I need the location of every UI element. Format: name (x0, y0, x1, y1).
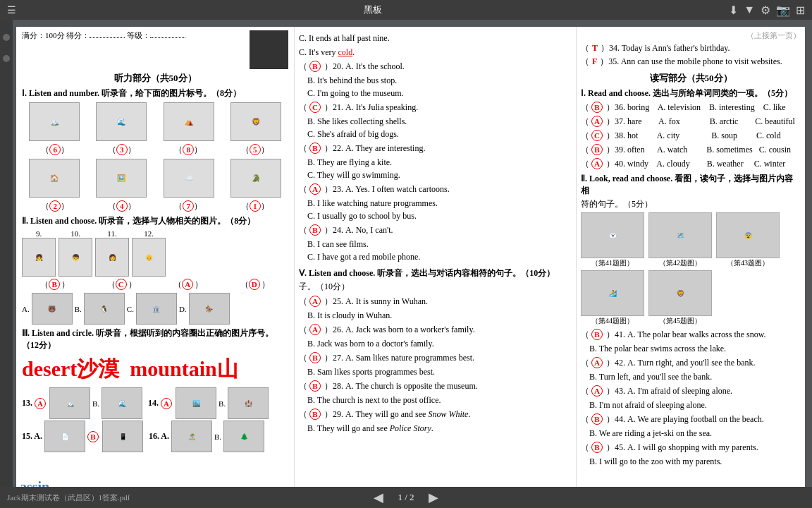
s7-img43-cell: 😨 （第43题图） (716, 212, 780, 268)
s7-img42: 🗺️ (648, 212, 712, 258)
s5-subtitle: 子。（10分） (299, 281, 572, 293)
camera-icon[interactable]: 📷 (776, 4, 790, 17)
bottom-left-label: Jack期末测试卷（武昌区）1答案.pdf (7, 492, 130, 503)
s3-img-14a: 🏙️ (176, 387, 216, 419)
ans-q25: A (309, 296, 321, 307)
s5-q29b: B. They will go and see Police Story. (307, 422, 572, 435)
writing-section-title: 读写部分（共50分） (581, 72, 801, 85)
s7-title: Ⅱ. Look, read and choose. 看图，读句子，选择与图片内容… (581, 173, 801, 197)
img-box-1: 🏔️ (29, 102, 80, 141)
s7-q42: （ A ）42. A. Turn right, and you'll see t… (581, 356, 801, 369)
s6-q37: （ A ）37. hare A. fox B. arctic C. beauti… (581, 115, 801, 128)
s2-cell-10: 10. 👦 (59, 229, 92, 277)
s3-q15-label: 15. A. (22, 431, 42, 442)
topbar: ☰ 黑板 ⬇ ▼ ⚙ 📷 ⊞ (0, 0, 812, 20)
s2-ans-a: A (182, 279, 193, 290)
s2-opt-b: 🐧 (84, 293, 125, 325)
ans-q29: B (309, 409, 321, 420)
s5-q25b: B. It is cloudy in Wuhan. (307, 309, 572, 322)
s4-q24: （ B ）24. A. No, I can't. (299, 224, 572, 236)
s4-q20: （ B ）20. A. It's the school. (299, 60, 572, 73)
topbar-right-icons: ⬇ ▼ ⚙ 📷 ⊞ (729, 4, 805, 17)
ans-q21: C (309, 102, 321, 113)
s6-q36: （ B ）36. boring A. television B. interes… (581, 101, 801, 114)
s4-q22: （ B ）22. A. They are interesting. (299, 142, 572, 155)
s1-labels-row1: （6） （3） （8） （5） (22, 144, 288, 156)
settings-icon[interactable]: ⚙ (761, 4, 770, 17)
s7-q45: （ B ）45. A. I will go shopping with my p… (581, 441, 801, 454)
topbar-title: 黑板 (16, 4, 729, 16)
s2-ans-c: C (116, 279, 127, 290)
ans-7: 7 (183, 200, 194, 212)
s5-q27: （ B ）27. A. Sam likes nature programmes … (299, 351, 572, 364)
s3-img-13b: 🌊 (102, 387, 142, 419)
ans-q22: B (309, 143, 321, 154)
img-cell-5: 🏠 (22, 159, 87, 198)
s7-img45-label: （第45题图） (659, 316, 701, 326)
s7-img44-label: （第44题图） (591, 316, 634, 326)
prev-page-button[interactable]: ◀ (374, 490, 383, 505)
ans-q24: B (309, 224, 321, 236)
s3-q16-label: 16. A. (149, 431, 169, 442)
ans-q41: B (591, 329, 603, 340)
s5-q26b: B. Jack was born to a doctor's family. (307, 337, 572, 350)
s7-img45: 🦁 (648, 270, 712, 316)
s5-title: Ⅴ. Listen and choose. 听录音，选出与对话内容相符的句子。（… (299, 267, 572, 279)
header-row: 满分：100分 得分： 等级： (22, 30, 288, 69)
s2-img-9: 👧 (22, 238, 56, 277)
s5-q29: （ B ）29. A. They will go and see Snow Wh… (299, 408, 572, 421)
download-icon[interactable]: ⬇ (729, 4, 738, 17)
ans-q39: B (591, 144, 603, 155)
menu-icon[interactable]: ☰ (7, 4, 16, 16)
listening-section-title: 听力部分（共50分） (22, 72, 288, 85)
s1-title: Ⅰ. Listen and number. 听录音，给下面的图片标号。（8分） (22, 87, 288, 99)
s4-intro-c: C. It ends at half past nine. (299, 32, 572, 44)
page-indicator: 1 / 2 (398, 492, 414, 503)
s7-subtitle2: 符的句子。（5分） (581, 198, 801, 210)
chevron-down-icon[interactable]: ▼ (744, 4, 755, 17)
left-column: 满分：100分 得分： 等级： 听力部分（共50分） Ⅰ. Listen and… (16, 27, 295, 501)
cold-underline: cold (338, 47, 353, 57)
s2-options-row: A. 🐻 B. 🐧 C. 🏛️ D. 🏇 (22, 293, 288, 325)
s3-q14-ans: A (161, 398, 172, 409)
sidebar-dot-1 (3, 34, 10, 41)
left-sidebar (0, 20, 13, 508)
s7-q42b: B. Turn left, and you'll see the bank. (589, 370, 801, 383)
s4-q23c: C. I usually go to school by bus. (307, 210, 572, 222)
ans-8: 8 (183, 144, 194, 155)
s4-cold: C. It's very cold. (299, 46, 572, 59)
s7-img42-label: （第42题图） (659, 258, 701, 268)
s3-q13-num: 13. (22, 398, 32, 409)
s7-img45-cell: 🦁 （第45题图） (648, 270, 712, 326)
s2-img-11: 👩 (95, 238, 129, 277)
s3-words: desert沙漠 mountain山 (22, 355, 288, 384)
s7-q44: （ B ）44. A. We are playing football on t… (581, 413, 801, 425)
s4-q20c: C. I'm going to the museum. (307, 87, 572, 99)
s7-q43: （ A ）43. A. I'm afraid of sleeping alone… (581, 385, 801, 397)
mid-column: C. It ends at half past nine. C. It's ve… (295, 27, 577, 501)
s2-cell-9: 9. 👧 (22, 229, 56, 277)
s7-q43b: B. I'm not afraid of sleeping alone. (589, 399, 801, 411)
s4-q20b: B. It's behind the bus stop. (307, 74, 572, 87)
tf-t: T (592, 43, 598, 54)
next-page-button[interactable]: ▶ (429, 490, 438, 505)
s2-opt-c: 🏛️ (136, 293, 177, 325)
s4-q21: （ C ）21. A. It's Julia speaking. (299, 101, 572, 114)
s5-q26: （ A ）26. A. Jack was born to a worker's … (299, 323, 572, 336)
s7-q41: （ B ）41. A. The polar bear walks across … (581, 328, 801, 341)
img-cell-4: 🦁 (224, 102, 289, 141)
s7-img41-cell: 🐻‍❄️ （第41题图） (581, 212, 644, 268)
s3-items: 13. A 🏔️ B. 🌊 14. A 🏙️ B. 🏰 (22, 387, 288, 419)
bottombar: Jack期末测试卷（武昌区）1答案.pdf ◀ 1 / 2 ▶ (0, 487, 812, 508)
s2-title: Ⅱ. Listen and choose. 听录音，选择与人物相关的图片。（8分… (22, 215, 288, 227)
mountain-word: mountain山 (130, 355, 238, 384)
grid-icon[interactable]: ⊞ (796, 4, 805, 17)
s4-q22c: C. They will go swimming. (307, 169, 572, 181)
topbar-left-icons: ☰ (7, 4, 16, 16)
snow-white: Snow White (428, 409, 468, 419)
s6-title: Ⅰ. Read and choose. 选出与所给单词同类的一项。（5分） (581, 87, 801, 99)
desert-word: desert沙漠 (22, 355, 119, 384)
s1-images-row1: 🏔️ 🌊 ⛺ 🦁 (22, 102, 288, 141)
sidebar-dot-2 (3, 55, 10, 62)
img-cell-7: ☁️ (156, 159, 221, 198)
